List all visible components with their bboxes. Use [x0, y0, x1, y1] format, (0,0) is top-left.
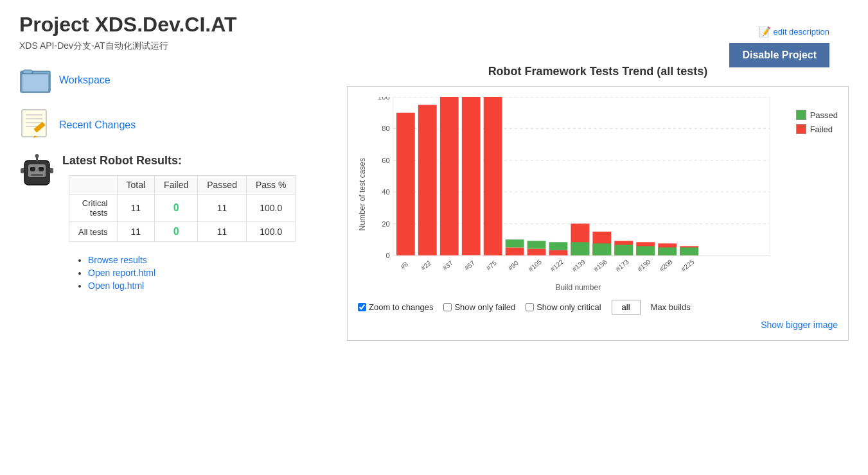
show-only-critical-label[interactable]: Show only critical — [526, 302, 601, 312]
chart-panel: Robot Framework Tests Trend (all tests) … — [347, 65, 849, 341]
show-only-failed-checkbox[interactable] — [443, 303, 452, 311]
robot-results-section: Latest Robot Results: Total Failed Passe… — [19, 154, 328, 293]
legend-passed-label: Passed — [810, 110, 838, 120]
failed-color-box — [796, 124, 806, 134]
svg-rect-18 — [21, 168, 24, 173]
svg-text:#105: #105 — [527, 258, 543, 273]
workspace-nav-item: Workspace — [19, 65, 328, 96]
workspace-link[interactable]: Workspace — [59, 74, 111, 86]
svg-text:#122: #122 — [549, 258, 565, 273]
table-row: All tests 11 0 11 100.0 — [69, 222, 296, 242]
chart-container: Number of test cases — [347, 86, 849, 341]
svg-rect-55 — [680, 247, 698, 255]
svg-rect-43 — [549, 242, 568, 250]
browse-results-link[interactable]: Browse results — [88, 255, 147, 265]
svg-rect-51 — [636, 246, 655, 255]
svg-rect-35 — [440, 97, 459, 255]
svg-text:#22: #22 — [420, 259, 432, 272]
edit-icon: 📝 — [758, 26, 771, 38]
svg-text:100: 100 — [378, 97, 390, 101]
svg-text:#225: #225 — [680, 258, 696, 273]
max-builds-label: Max builds — [651, 302, 691, 312]
open-report-link[interactable]: Open report.html — [88, 268, 155, 278]
svg-text:60: 60 — [382, 157, 390, 164]
robot-results-title: Latest Robot Results: — [62, 154, 328, 168]
svg-text:#208: #208 — [658, 258, 674, 273]
edit-description-label: edit description — [774, 27, 829, 37]
table-row: Critical tests 11 0 11 100.0 — [69, 194, 296, 222]
col-header-failed: Failed — [155, 176, 198, 194]
show-bigger-link[interactable]: Show bigger image — [358, 320, 838, 330]
svg-rect-3 — [22, 74, 49, 92]
col-header-pass-pct: Pass % — [246, 176, 295, 194]
show-only-failed-label[interactable]: Show only failed — [443, 302, 515, 312]
show-only-critical-checkbox[interactable] — [526, 303, 534, 311]
chart-legend: Passed Failed — [796, 110, 838, 292]
disable-project-button[interactable]: Disable Project — [729, 43, 829, 67]
row-label-all: All tests — [69, 222, 118, 242]
chart-inner: 100 80 60 40 20 0 — [373, 97, 783, 292]
passed-color-box — [796, 110, 806, 120]
open-log-link[interactable]: Open log.html — [88, 281, 144, 291]
x-axis-label: Build number — [373, 283, 783, 292]
svg-text:40: 40 — [382, 188, 390, 196]
svg-rect-34 — [418, 105, 437, 255]
y-axis-label: Number of test cases — [358, 158, 367, 230]
svg-rect-40 — [527, 249, 546, 255]
svg-text:#139: #139 — [571, 258, 587, 273]
svg-rect-45 — [571, 242, 590, 255]
page-title: Project XDS.Dev.CI.AT — [19, 13, 849, 37]
svg-rect-38 — [506, 247, 524, 255]
svg-rect-47 — [592, 243, 611, 255]
all-pass-pct: 100.0 — [246, 222, 295, 242]
show-only-failed-text: Show only failed — [454, 302, 515, 312]
svg-rect-36 — [462, 97, 481, 255]
chart-svg: 100 80 60 40 20 0 — [373, 97, 783, 282]
svg-rect-14 — [39, 167, 44, 171]
edit-description-link[interactable]: 📝 edit description — [758, 26, 829, 38]
recent-changes-link[interactable]: Recent Changes — [59, 119, 136, 131]
svg-rect-39 — [506, 239, 524, 247]
recent-changes-nav-item: Recent Changes — [19, 108, 328, 141]
svg-text:#90: #90 — [507, 259, 520, 272]
svg-point-17 — [35, 154, 39, 158]
zoom-to-changes-text: Zoom to changes — [369, 302, 433, 312]
svg-text:#75: #75 — [485, 259, 498, 272]
legend-failed-label: Failed — [810, 125, 833, 134]
svg-text:#190: #190 — [636, 258, 652, 273]
critical-total: 11 — [117, 194, 155, 222]
svg-rect-49 — [614, 245, 633, 255]
svg-text:#57: #57 — [463, 259, 476, 272]
svg-rect-42 — [549, 250, 568, 255]
svg-text:0: 0 — [385, 252, 389, 259]
recent-changes-icon — [19, 108, 51, 141]
legend-failed: Failed — [796, 124, 838, 134]
svg-rect-33 — [396, 113, 415, 255]
svg-rect-37 — [484, 97, 502, 255]
svg-rect-19 — [49, 168, 53, 173]
all-failed: 0 — [155, 222, 198, 242]
all-passed: 11 — [198, 222, 247, 242]
svg-rect-15 — [31, 174, 43, 176]
svg-rect-53 — [658, 247, 677, 255]
workspace-icon — [19, 65, 51, 96]
col-header-label — [69, 176, 118, 194]
all-total: 11 — [117, 222, 155, 242]
critical-failed: 0 — [155, 194, 198, 222]
robot-icon — [19, 154, 55, 191]
result-links: Browse results Open report.html Open log… — [75, 255, 328, 291]
svg-text:80: 80 — [382, 125, 390, 132]
col-header-total: Total — [117, 176, 155, 194]
zoom-to-changes-label[interactable]: Zoom to changes — [358, 302, 433, 312]
svg-rect-2 — [23, 70, 32, 74]
svg-text:20: 20 — [382, 220, 390, 228]
critical-pass-pct: 100.0 — [246, 194, 295, 222]
svg-text:#8: #8 — [399, 261, 409, 271]
svg-text:#173: #173 — [614, 258, 630, 273]
svg-rect-13 — [30, 167, 35, 171]
max-builds-input[interactable] — [612, 300, 641, 315]
results-table: Total Failed Passed Pass % Critical test… — [69, 175, 296, 242]
zoom-to-changes-checkbox[interactable] — [358, 303, 366, 311]
col-header-passed: Passed — [198, 176, 247, 194]
svg-rect-41 — [527, 241, 546, 248]
